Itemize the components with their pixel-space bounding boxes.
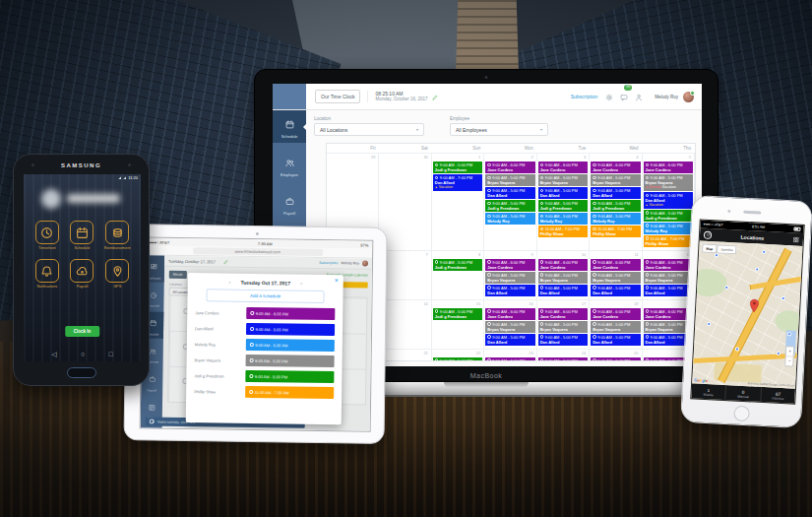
zoom-control[interactable]: +− xyxy=(784,346,794,366)
schedule-event[interactable]: 9:00 AM - 5:00 PMJodi g Freedman xyxy=(433,162,482,173)
zoom-out[interactable]: − xyxy=(785,355,793,365)
schedule-bar[interactable]: 9:00 AM - 5:00 PM xyxy=(245,370,334,383)
calendar-day-cell[interactable]: 179:00 AM - 6:00 PMJane Cordero9:00 AM -… xyxy=(537,300,590,349)
schedule-event[interactable]: 9:00 AM - 5:00 PMJodi g Freedman xyxy=(433,357,482,362)
device-location-marker[interactable] xyxy=(777,352,781,355)
pencil-icon[interactable] xyxy=(432,95,438,100)
schedule-event[interactable]: 9:00 AM - 6:00 PMJane Cordero xyxy=(644,259,693,271)
device-location-marker[interactable] xyxy=(715,253,718,257)
calendar-day-cell[interactable]: 7 xyxy=(379,251,431,299)
person-icon[interactable] xyxy=(635,94,643,101)
subscription-link[interactable]: Subscription xyxy=(571,94,598,99)
stat-mobile[interactable]: 1Mobile xyxy=(691,383,726,402)
device-location-marker[interactable] xyxy=(707,322,711,326)
schedule-event[interactable]: 9:00 AM - 5:00 PMBryan Vaquera xyxy=(644,272,693,284)
calendar-day-cell[interactable]: 119:00 AM - 6:00 PMJane Cordero9:00 AM -… xyxy=(590,251,642,299)
prev-day-arrow[interactable]: ‹ xyxy=(228,280,230,286)
avatar[interactable] xyxy=(683,92,694,102)
chat-icon[interactable] xyxy=(620,94,628,101)
calendar-day-cell[interactable]: 49:00 AM - 6:00 PMJane Cordero9:00 AM - … xyxy=(590,154,642,250)
schedule-event[interactable]: 9:00 AM - 5:00 PMDan Allard xyxy=(485,334,534,346)
calendar-day-cell[interactable]: 229:00 AM - 5:00 PMJodi g Freedman xyxy=(432,350,484,362)
schedule-event[interactable]: 9:00 AM - 6:00 PMJane Cordero xyxy=(538,357,588,362)
schedule-event[interactable]: 9:00 AM - 5:00 PMBryan Vaquera xyxy=(538,174,588,186)
app-tile-reimbursement[interactable]: Reimbursement xyxy=(100,221,134,250)
back-icon[interactable]: ◁ xyxy=(51,351,56,358)
zoom-in[interactable]: + xyxy=(786,347,793,355)
schedule-event[interactable]: 9:00 AM - 5:00 PMMelody Roy xyxy=(538,213,588,225)
location-select[interactable]: All Locations ▾ xyxy=(314,123,424,136)
close-icon[interactable]: × xyxy=(335,277,339,284)
schedule-event[interactable]: 9:00 AM - 6:00 PMJane Cordero xyxy=(538,308,588,320)
calendar-day-cell[interactable]: 169:00 AM - 6:00 PMJane Cordero9:00 AM -… xyxy=(484,300,536,349)
schedule-bar[interactable]: 9:00 AM - 5:00 PM xyxy=(246,355,335,367)
schedule-event[interactable]: 9:00 AM - 5:00 PMMelody Roy xyxy=(591,213,640,225)
edit-pencil-icon[interactable] xyxy=(432,88,438,105)
schedule-event[interactable]: 9:00 AM - 5:00 PMBryan Vaquera xyxy=(485,321,534,333)
schedule-event[interactable]: 9:00 AM - 6:00 PMJane Cordero xyxy=(485,162,534,173)
device-location-marker[interactable] xyxy=(762,250,766,254)
clock-in-button[interactable]: Clock In xyxy=(65,326,100,337)
app-logo[interactable] xyxy=(273,84,306,109)
schedule-event[interactable]: 11:00 AM - 7:00 PMPhillip Shaw xyxy=(538,226,588,237)
schedule-event[interactable]: 9:00 AM - 5:00 PMBryan Vaquera▲ Denied V… xyxy=(644,174,693,191)
schedule-event[interactable]: 9:00 AM - 5:00 PMJodi g Freedman xyxy=(433,308,482,320)
schedule-event[interactable]: 9:00 AM - 5:00 PMBryan Vaquera xyxy=(538,272,588,284)
schedule-event[interactable]: 9:00 AM - 6:00 PMJane Cordero xyxy=(485,308,534,320)
device-location-marker[interactable] xyxy=(755,267,759,271)
schedule-event[interactable]: 9:00 AM - 5:00 PMJodi g Freedman xyxy=(644,210,693,222)
gear-icon[interactable] xyxy=(605,94,613,101)
calendar-day-cell[interactable]: 159:00 AM - 5:00 PMJodi g Freedman xyxy=(432,300,484,349)
device-location-marker[interactable] xyxy=(735,347,739,351)
schedule-bar[interactable]: 9:00 AM - 6:00 PM xyxy=(246,307,335,320)
home-icon[interactable]: ○ xyxy=(81,351,85,358)
schedule-event[interactable]: 9:00 AM - 5:00 PMBryan Vaquera xyxy=(485,272,534,284)
schedule-event[interactable]: 9:00 AM - 6:00 PMJane Cordero xyxy=(485,357,534,362)
device-location-marker[interactable] xyxy=(724,286,728,290)
schedule-event[interactable]: 9:00 AM - 5:00 PMDan Allard▲ Vacation xyxy=(644,192,693,209)
schedule-event[interactable]: 9:00 AM - 5:00 PMBryan Vaquera xyxy=(591,174,640,186)
schedule-event[interactable]: 9:00 AM - 5:00 PMDan Allard xyxy=(591,187,640,199)
calendar-day-cell[interactable]: 21 xyxy=(379,350,431,362)
calendar-day-cell[interactable]: 39:00 AM - 6:00 PMJane Cordero9:00 AM - … xyxy=(537,154,590,250)
map-button[interactable]: Map xyxy=(702,244,717,254)
schedule-event[interactable]: 9:00 AM - 5:00 PMJodi g Freedman xyxy=(538,200,588,212)
schedule-event[interactable]: 9:00 AM - 6:00 PMJane Cordero xyxy=(538,162,588,173)
schedule-event[interactable]: 11:00 AM - 7:00 PMPhillip Shaw xyxy=(591,226,640,237)
add-schedule-button[interactable]: Add a schedule xyxy=(206,289,324,303)
app-tile-gps[interactable]: GPS xyxy=(100,259,134,289)
url-field[interactable]: www.timeclockwizard.com xyxy=(193,247,323,256)
app-tile-notifications[interactable]: Notifications xyxy=(31,259,64,289)
schedule-bar[interactable]: 11:00 AM - 7:00 PM xyxy=(245,386,334,399)
calendar-day-cell[interactable]: 29:00 AM - 6:00 PMJane Cordero9:00 AM - … xyxy=(484,154,536,250)
settings-gear-icon[interactable] xyxy=(605,88,613,105)
app-tile-timesheet[interactable]: Timesheet xyxy=(31,221,64,250)
app-tile-payroll[interactable]: Payroll xyxy=(66,259,99,289)
schedule-event[interactable]: 9:00 AM - 5:00 PMDan Allard xyxy=(538,334,588,346)
calendar-day-cell[interactable]: 249:00 AM - 6:00 PMJane Cordero9:00 AM -… xyxy=(537,350,590,362)
schedule-event[interactable]: 9:00 AM - 5:00 PMMelody Roy xyxy=(644,223,693,234)
person-icon[interactable] xyxy=(635,88,643,105)
calendar-day-cell[interactable]: 109:00 AM - 6:00 PMJane Cordero9:00 AM -… xyxy=(537,251,590,299)
schedule-event[interactable]: 9:00 AM - 5:00 PMDan Allard xyxy=(644,285,693,296)
schedule-bar[interactable]: 9:00 AM - 5:00 PM xyxy=(246,339,335,352)
employee-select[interactable]: All Employees ▾ xyxy=(450,123,548,136)
schedule-event[interactable]: 9:00 AM - 5:00 PMMelody Roy xyxy=(485,213,534,225)
stat-inactive[interactable]: 67Inactive xyxy=(761,387,795,405)
schedule-event[interactable]: 9:00 AM - 5:00 PMBryan Vaquera xyxy=(538,321,588,333)
schedule-event[interactable]: 9:00 AM - 5:00 PMDan Allard xyxy=(591,334,640,346)
schedule-event[interactable]: 9:00 AM - 5:00 PMDan Allard xyxy=(485,285,534,296)
calendar-day-cell[interactable]: 99:00 AM - 6:00 PMJane Cordero9:00 AM - … xyxy=(484,251,536,299)
schedule-event[interactable]: 9:00 AM - 6:00 PMJane Cordero xyxy=(591,162,640,173)
schedule-event[interactable]: 9:00 AM - 6:00 PMJane Cordero xyxy=(644,162,693,173)
iphone-home-button[interactable] xyxy=(733,405,750,421)
schedule-event[interactable]: 9:00 AM - 5:00 PMBryan Vaquera xyxy=(485,174,534,186)
calendar-day-cell[interactable]: 239:00 AM - 6:00 PMJane Cordero9:00 AM -… xyxy=(484,350,536,362)
schedule-event[interactable]: 9:00 AM - 5:00 PMDan Allard xyxy=(591,285,640,296)
calendar-day-cell[interactable]: 30 xyxy=(379,154,431,250)
schedule-event[interactable]: 9:00 AM - 6:00 PMJane Cordero xyxy=(591,259,640,271)
sidebar-item-payroll[interactable]: Payroll xyxy=(273,187,306,220)
recents-icon[interactable]: □ xyxy=(109,351,113,358)
device-location-marker[interactable] xyxy=(781,296,785,300)
refresh-icon[interactable] xyxy=(704,230,712,238)
